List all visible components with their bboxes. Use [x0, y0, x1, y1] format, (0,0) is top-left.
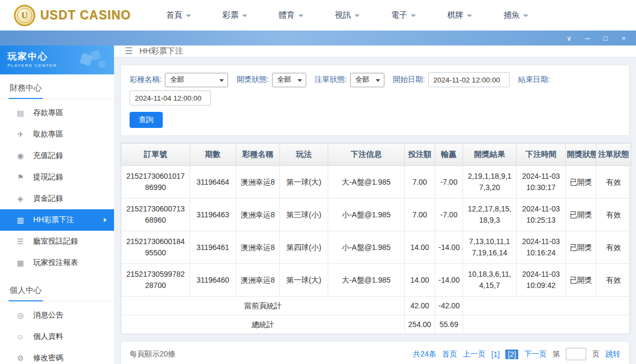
sidebar-item-hh-lottery-bets[interactable]: ▥ HH彩票下注	[0, 209, 114, 231]
logo-coin-icon: U	[14, 5, 35, 26]
draw-status-select[interactable]: 全部	[272, 73, 306, 87]
logo-letter: U	[17, 8, 32, 23]
cell-lottery: 澳洲幸运8	[236, 264, 280, 297]
pagination-bar: 每頁顯示20條 共24条 首页 上一页 [1] [2] 下一页 第 页 跳转	[120, 341, 630, 364]
sidebar-item-bet-report[interactable]: ▦ 玩家投注報表	[0, 252, 114, 274]
sidebar-item-change-password[interactable]: ⚙ 修改密碼	[0, 347, 114, 364]
maximize-icon[interactable]: □	[602, 35, 609, 42]
sidebar-item-announcements[interactable]: ◎ 消息公告	[0, 305, 114, 326]
sidebar-item-label: 存款專區	[33, 108, 63, 118]
chevron-down-icon	[186, 14, 191, 17]
table-row: 2152173060071368960 31196463 澳洲幸运8 第三球(小…	[122, 199, 631, 231]
nav-label: 彩票	[222, 10, 238, 20]
minimize-icon[interactable]: ─	[584, 35, 591, 42]
first-page-link[interactable]: 首页	[442, 350, 457, 359]
player-center-header: 玩家中心 PLAYERS CENTER	[0, 46, 114, 74]
sidebar-item-withdraw-record[interactable]: ⚑ 提現記錄	[0, 166, 114, 188]
lottery-name-label: 彩種名稱:	[130, 75, 162, 85]
cell-period: 31196460	[190, 264, 236, 297]
page-summary-label: 當前頁統計	[122, 297, 405, 315]
next-page-link[interactable]: 下一页	[524, 350, 547, 359]
chevron-down-icon	[467, 14, 472, 17]
lottery-name-value: 全部	[170, 75, 184, 85]
col-lottery: 彩種名稱	[236, 143, 280, 166]
nav-item-fishing[interactable]: 捕魚	[503, 10, 528, 20]
nav-item-boardgames[interactable]: 棋牌	[447, 10, 472, 20]
breadcrumb: ☰ HH彩票下注	[114, 46, 636, 57]
page-summary-amount: 42.00	[405, 297, 435, 315]
nav-item-lottery[interactable]: 彩票	[222, 10, 247, 20]
sidebar: 玩家中心 PLAYERS CENTER 財務中心 ▤ 存款專區 ✈ 取款專區 ◉…	[0, 46, 114, 364]
cell-draw-status: 已開獎	[566, 199, 596, 231]
cell-order-id: 2152173060018495500	[122, 231, 190, 264]
cell-draw-status: 已開獎	[566, 166, 596, 199]
sidebar-item-label: HH彩票下注	[33, 215, 74, 225]
sidebar-item-deposit[interactable]: ▤ 存款專區	[0, 102, 114, 124]
sidebar-item-profile[interactable]: ☺ 個人資料	[0, 326, 114, 347]
start-date-input[interactable]	[428, 72, 510, 87]
sidebar-item-hall-bet-record[interactable]: ☰ 廳室投註記錄	[0, 231, 114, 252]
cell-amount: 14.00	[405, 231, 435, 264]
nav-label: 捕魚	[503, 10, 519, 20]
jump-page-input[interactable]	[566, 348, 586, 360]
page-size-text: 每頁顯示20條	[130, 350, 176, 359]
cell-lottery: 澳洲幸运8	[236, 199, 280, 231]
sidebar-item-withdraw[interactable]: ✈ 取款專區	[0, 124, 114, 145]
cell-period: 31196463	[190, 199, 236, 231]
nav-item-sports[interactable]: 體育	[278, 10, 304, 20]
finance-menu: ▤ 存款專區 ✈ 取款專區 ◉ 充值記錄 ⚑ 提現記錄 ◈ 資金記錄 ▥ HH彩…	[0, 99, 114, 277]
col-bet-info: 下注信息	[328, 143, 405, 166]
brand-name: USDT CASINO	[40, 8, 131, 22]
search-button[interactable]: 查詢	[130, 112, 163, 128]
order-status-value: 全部	[355, 75, 369, 85]
cell-order-status: 有效	[596, 231, 631, 264]
draw-status-value: 全部	[277, 75, 291, 85]
hamburger-icon[interactable]: ☰	[125, 46, 133, 57]
total-summary-empty	[463, 315, 631, 334]
main-area: ☰ HH彩票下注 彩種名稱: 全部 開獎狀態: 全部 注單狀態: 全部	[114, 46, 636, 364]
profile-icon: ☺	[16, 332, 25, 341]
chevron-down-icon	[523, 14, 528, 17]
cell-bet-info: 大-A盤@1.985	[328, 264, 405, 297]
bets-table: 訂單號 期數 彩種名稱 玩法 下注信息 投注額 輸贏 開獎結果 下注時間 開獎狀…	[121, 143, 631, 334]
collapse-icon[interactable]: ∨	[565, 35, 573, 42]
jump-suffix-label: 页	[592, 350, 600, 359]
cell-play: 第一球(大)	[280, 264, 328, 297]
prev-page-link[interactable]: 上一页	[463, 350, 486, 359]
top-bar: U USDT CASINO 首頁 彩票 體育 視訊 電子 棋牌 捕魚	[0, 0, 636, 31]
chevron-down-icon	[298, 14, 304, 17]
cell-draw-status: 已開獎	[566, 231, 596, 264]
col-winloss: 輸贏	[435, 143, 463, 166]
col-amount: 投注額	[405, 143, 435, 166]
sidebar-item-funds-record[interactable]: ◈ 資金記錄	[0, 188, 114, 209]
lottery-bets-icon: ▥	[16, 216, 25, 224]
nav-item-home[interactable]: 首頁	[166, 10, 191, 20]
cell-amount: 7.00	[405, 166, 435, 199]
deposit-icon: ▤	[16, 109, 25, 117]
sidebar-item-label: 資金記錄	[33, 194, 63, 203]
cell-bet-info: 大-A盤@1.985	[328, 166, 405, 199]
lottery-name-select[interactable]: 全部	[165, 73, 228, 87]
cell-play: 第三球(小)	[280, 199, 328, 231]
nav-label: 電子	[391, 10, 407, 20]
cell-result: 12,2,17,8,15,18,9,3	[463, 199, 517, 231]
chevron-down-icon	[242, 14, 247, 17]
nav-item-slots[interactable]: 電子	[391, 10, 416, 20]
start-date-label: 開始日期:	[393, 75, 425, 85]
table-row: 2152173059978228700 31196460 澳洲幸运8 第一球(大…	[122, 264, 631, 297]
close-icon[interactable]: ×	[620, 35, 627, 42]
nav-label: 視訊	[335, 10, 351, 20]
page-2-link-current[interactable]: [2]	[505, 350, 518, 359]
jump-button[interactable]: 跳转	[605, 350, 620, 359]
nav-item-video[interactable]: 視訊	[335, 10, 360, 20]
sidebar-item-recharge-record[interactable]: ◉ 充值記錄	[0, 145, 114, 166]
cell-time: 2024-11-03 10:25:13	[517, 199, 566, 231]
end-date-input[interactable]	[130, 90, 211, 105]
chevron-right-icon	[104, 218, 107, 222]
brand-logo[interactable]: U USDT CASINO	[14, 5, 131, 26]
sidebar-item-label: 充值記錄	[33, 151, 63, 161]
jump-prefix-label: 第	[552, 350, 560, 359]
recharge-record-icon: ◉	[16, 151, 25, 160]
page-1-link[interactable]: [1]	[491, 350, 500, 359]
order-status-select[interactable]: 全部	[350, 73, 384, 87]
